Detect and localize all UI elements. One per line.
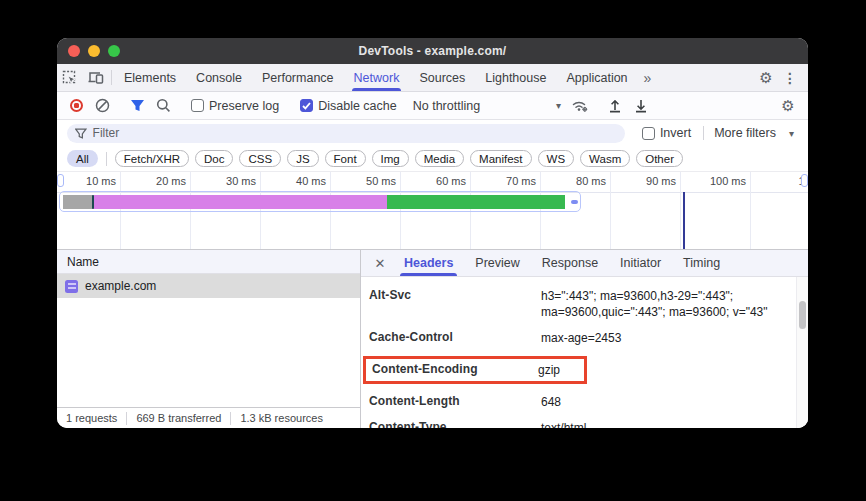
chip-divider xyxy=(106,152,107,166)
clear-network-log-icon[interactable] xyxy=(91,95,113,117)
overview-left-handle[interactable] xyxy=(57,174,64,187)
devtools-window: DevTools - example.com/ ElementsConsoleP… xyxy=(57,38,808,428)
timeline-gridline xyxy=(610,172,611,249)
details-tab-headers[interactable]: Headers xyxy=(393,250,464,276)
device-toolbar-icon[interactable] xyxy=(83,64,109,91)
filter-chip-doc[interactable]: Doc xyxy=(195,150,233,167)
header-row-cache-control: Cache-Controlmax-age=2453 xyxy=(369,325,794,351)
timeline-tick-label: 80 ms xyxy=(576,175,606,187)
inspect-element-icon[interactable] xyxy=(57,64,83,91)
overview-right-handle[interactable] xyxy=(801,174,808,187)
waterfall-segment-content-download xyxy=(387,195,565,209)
minimize-window-button[interactable] xyxy=(88,45,100,57)
chevron-down-icon: ▾ xyxy=(556,100,561,111)
timeline-tick-label: 50 ms xyxy=(366,175,396,187)
header-row-alt-svc: Alt-Svch3=":443"; ma=93600,h3-29=":443";… xyxy=(369,283,794,325)
request-details-pane: ✕ HeadersPreviewResponseInitiatorTiming … xyxy=(361,250,808,428)
traffic-lights xyxy=(68,38,120,64)
filter-chip-js[interactable]: JS xyxy=(287,150,318,167)
network-overview-timeline[interactable]: 10 ms20 ms30 ms40 ms50 ms60 ms70 ms80 ms… xyxy=(57,172,808,250)
name-column-header[interactable]: Name xyxy=(57,250,360,274)
invert-checkbox[interactable]: Invert xyxy=(636,126,697,140)
boundary-tick xyxy=(92,195,94,209)
tab-elements[interactable]: Elements xyxy=(114,64,186,91)
network-settings-gear-icon[interactable]: ⚙ xyxy=(776,97,800,115)
network-toolbar: Preserve log Disable cache No throttling… xyxy=(57,92,808,120)
main-tab-bar: ElementsConsolePerformanceNetworkSources… xyxy=(57,64,808,92)
checkbox-unchecked[interactable] xyxy=(642,127,655,140)
timeline-gridline xyxy=(750,172,751,249)
title-bar: DevTools - example.com/ xyxy=(57,38,808,64)
finish-dash xyxy=(571,200,578,204)
header-value: h3=":443"; ma=93600,h3-29=":443"; ma=936… xyxy=(541,288,791,320)
filter-chip-wasm[interactable]: Wasm xyxy=(580,150,630,167)
throttling-dropdown[interactable]: No throttling ▾ xyxy=(413,99,561,113)
zoom-window-button[interactable] xyxy=(108,45,120,57)
tab-lighthouse[interactable]: Lighthouse xyxy=(475,64,556,91)
header-name: Content-Encoding xyxy=(372,362,538,376)
network-status-bar: 1 requests669 B transferred1.3 kB resour… xyxy=(57,407,360,428)
filter-chip-media[interactable]: Media xyxy=(415,150,464,167)
filter-chip-img[interactable]: Img xyxy=(372,150,409,167)
scrollbar-thumb[interactable] xyxy=(799,301,806,329)
waterfall-segment-request-response xyxy=(93,195,387,209)
details-scrollbar[interactable] xyxy=(796,277,808,428)
request-row-example-com[interactable]: example.com xyxy=(57,274,360,298)
event-line-dom-content-loaded xyxy=(683,192,685,249)
filter-funnel-icon[interactable] xyxy=(126,95,148,117)
filter-input-box[interactable] xyxy=(67,124,625,143)
timeline-tick-label: 60 ms xyxy=(436,175,466,187)
waterfall-segment-stalled xyxy=(63,195,93,209)
filter-chip-all[interactable]: All xyxy=(67,150,98,167)
details-tab-initiator[interactable]: Initiator xyxy=(609,250,672,276)
filter-row: Invert More filters ▾ xyxy=(57,120,808,146)
filter-chip-fetchxhr[interactable]: Fetch/XHR xyxy=(115,150,189,167)
close-window-button[interactable] xyxy=(68,45,80,57)
details-tab-response[interactable]: Response xyxy=(531,250,609,276)
tab-sources[interactable]: Sources xyxy=(409,64,475,91)
record-network-log-button[interactable] xyxy=(65,95,87,117)
filter-input[interactable] xyxy=(93,126,617,140)
close-details-icon[interactable]: ✕ xyxy=(367,250,393,276)
header-value: max-age=2453 xyxy=(541,330,791,346)
header-row-content-encoding: Content-Encodinggzip xyxy=(369,351,794,389)
search-icon[interactable] xyxy=(152,95,174,117)
tab-performance[interactable]: Performance xyxy=(252,64,344,91)
checkbox-checked[interactable] xyxy=(300,99,313,112)
header-row-content-type: Content-Typetext/html xyxy=(369,415,794,428)
tab-network[interactable]: Network xyxy=(344,64,410,91)
filter-chip-manifest[interactable]: Manifest xyxy=(470,150,531,167)
resource-type-filter-row: AllFetch/XHRDocCSSJSFontImgMediaManifest… xyxy=(57,146,808,172)
preserve-log-checkbox[interactable]: Preserve log xyxy=(187,99,283,113)
filter-funnel-small-icon xyxy=(75,128,87,139)
header-name: Content-Length xyxy=(369,394,541,408)
filter-chip-css[interactable]: CSS xyxy=(239,150,281,167)
more-filters-dropdown[interactable]: More filters ▾ xyxy=(710,126,798,140)
details-tab-timing[interactable]: Timing xyxy=(672,250,731,276)
checkbox-unchecked[interactable] xyxy=(191,99,204,112)
export-har-icon[interactable] xyxy=(630,95,652,117)
settings-gear-icon[interactable]: ⚙ xyxy=(754,69,778,87)
kebab-menu-icon[interactable]: ⋮ xyxy=(778,70,802,86)
filter-chip-ws[interactable]: WS xyxy=(538,150,575,167)
import-har-icon[interactable] xyxy=(604,95,626,117)
chevron-down-icon: ▾ xyxy=(789,128,794,139)
header-name: Cache-Control xyxy=(369,330,541,344)
network-content: Name example.com 1 requests669 B transfe… xyxy=(57,250,808,428)
details-tab-bar: ✕ HeadersPreviewResponseInitiatorTiming xyxy=(361,250,808,277)
more-tabs-chevron[interactable]: » xyxy=(638,64,658,91)
header-value: text/html xyxy=(541,420,791,428)
filter-chip-font[interactable]: Font xyxy=(325,150,366,167)
tab-console[interactable]: Console xyxy=(186,64,252,91)
headers-list: Alt-Svch3=":443"; ma=93600,h3-29=":443";… xyxy=(361,277,808,428)
tab-application[interactable]: Application xyxy=(556,64,637,91)
network-conditions-icon[interactable] xyxy=(569,95,591,117)
header-value: gzip xyxy=(538,362,578,378)
details-tab-preview[interactable]: Preview xyxy=(464,250,530,276)
header-value: 648 xyxy=(541,394,791,410)
timeline-gridline xyxy=(680,172,681,249)
disable-cache-checkbox[interactable]: Disable cache xyxy=(296,99,401,113)
filter-chip-other[interactable]: Other xyxy=(636,150,683,167)
timeline-tick-label: 10 ms xyxy=(86,175,116,187)
toolbar-divider xyxy=(111,70,112,85)
